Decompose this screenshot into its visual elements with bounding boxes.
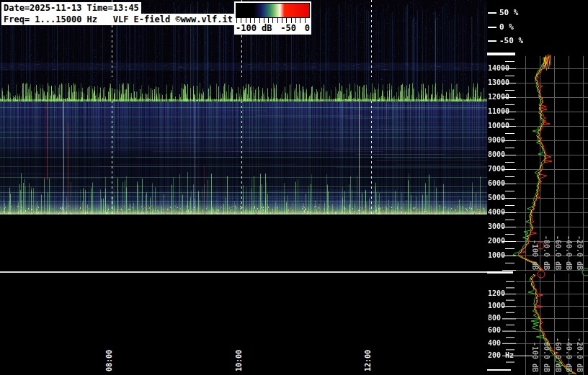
db-label-lower-80: -80.0 dB: [543, 338, 550, 372]
db-label-upper-80: -80.0 dB: [543, 235, 550, 270]
db-label-upper-100: -100 dB: [531, 240, 538, 270]
date-time-readout: Date=2025-11-13 Time=13:45: [1, 2, 141, 14]
color-scale-min-label: -100 dB: [236, 23, 272, 33]
freq-label-14000: 14000: [488, 65, 509, 72]
time-label-1200: 12:00: [364, 348, 373, 373]
upper-scale-top-bar: [487, 53, 515, 55]
freq-label-3000: 3000: [488, 223, 505, 230]
db-label-lower-60: -60.0 dB: [554, 338, 561, 372]
freq-label-5000: 5000: [488, 194, 505, 202]
color-scale-mid-label: -50: [280, 23, 296, 33]
freq-label-11000: 11000: [488, 108, 509, 115]
panel-separator: [0, 271, 487, 273]
db-label-lower-20: -20.0 dB: [576, 338, 583, 372]
db-label-upper-60: -60.0 dB: [554, 235, 561, 270]
freq-label-800: 800: [488, 315, 501, 322]
db-label-upper-40: -40.0 dB: [565, 235, 572, 270]
freq-label-13000: 13000: [488, 79, 509, 86]
color-scale-labels: -100 dB -50 0: [236, 23, 310, 33]
time-label-1000: 10:00: [235, 348, 244, 373]
freq-label-12000: 12000: [488, 94, 509, 101]
color-scale-ticks: [236, 18, 309, 23]
lower-scale-bottom-bar: [487, 369, 511, 371]
lower-scale-top-bar: [487, 271, 513, 274]
amplitude-label-0: 0 %: [499, 22, 514, 32]
freq-range-readout: Freq= 1...15000 Hz VLF E-field ©www.vlf.…: [1, 14, 235, 25]
freq-label-1000b: 1000: [488, 302, 505, 310]
freq-label-7000: 7000: [488, 166, 505, 173]
amplitude-tick: [488, 40, 496, 42]
freq-label-6000: 6000: [488, 180, 505, 187]
db-label-lower-100: -100 dB: [531, 342, 538, 372]
amplitude-label-neg50: -50 %: [499, 36, 523, 45]
freq-label-8000: 8000: [488, 151, 505, 158]
freq-label-1200: 1200: [488, 290, 505, 297]
amplitude-tick: [488, 27, 496, 28]
amplitude-tick: [488, 12, 496, 14]
color-scale: -100 dB -50 0: [234, 1, 311, 35]
freq-label-9000: 9000: [488, 137, 505, 144]
freq-label-10000: 10000: [488, 122, 509, 130]
freq-label-4000: 4000: [488, 209, 505, 216]
spectrum-lab-window: Date=2025-11-13 Time=13:45 Freq= 1...150…: [0, 0, 588, 375]
freq-label-200hz: 200 Hz: [488, 352, 514, 359]
color-scale-max-label: 0: [305, 23, 310, 33]
freq-label-1000: 1000: [488, 252, 505, 259]
freq-label-400: 400: [488, 340, 501, 347]
freq-label-2000: 2000: [488, 238, 505, 245]
freq-label-600: 600: [488, 327, 501, 334]
db-label-upper-20: -20.0 dB: [576, 235, 583, 270]
db-label-lower-40: -40.0 dB: [565, 338, 572, 372]
time-label-0800: 08:00: [105, 348, 114, 373]
amplitude-label-50: 50 %: [499, 8, 519, 17]
color-scale-gradient: [236, 3, 310, 18]
